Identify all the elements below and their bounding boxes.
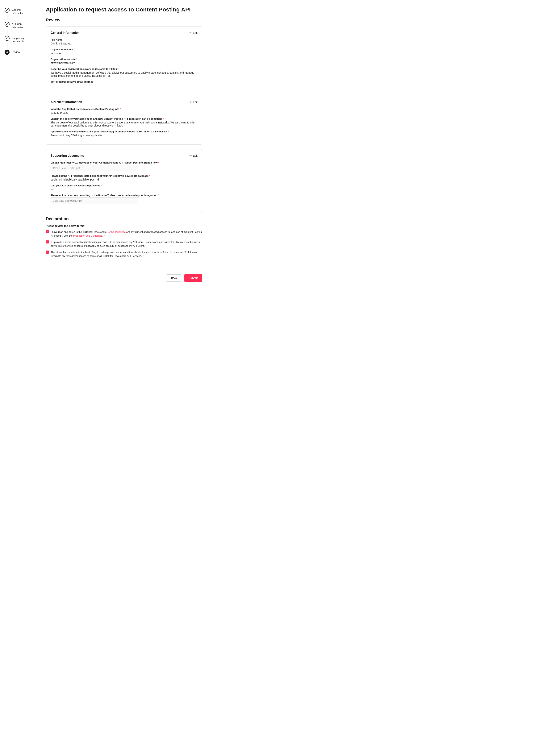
page-title: Application to request access to Content… xyxy=(46,6,202,13)
field-label-org-description: Describe your organization's work as it … xyxy=(51,68,198,70)
step-circle-4: 4 xyxy=(5,50,10,55)
review-section-title: Review xyxy=(46,17,202,22)
field-publicly-accessible: Can your API client be accessed publicly… xyxy=(51,184,198,191)
required-star-appid: * xyxy=(120,108,121,111)
supporting-card-title: Supporting documents xyxy=(51,154,84,157)
terms-of-service-link[interactable]: Terms of Service xyxy=(107,230,126,233)
field-label-org-name: Organization name * xyxy=(51,48,198,51)
main-content: Application to request access to Content… xyxy=(38,6,210,750)
required-star-public: * xyxy=(101,184,102,187)
sidebar-item-general[interactable]: ✓ General Information xyxy=(5,8,34,15)
supporting-edit-label: Edit xyxy=(193,154,198,157)
back-button[interactable]: Back xyxy=(166,274,182,282)
step-circle-1: ✓ xyxy=(5,8,10,13)
field-label-ux-mockups: Upload high-fidelity UX mockups of your … xyxy=(51,161,198,164)
field-label-tiktok-email: TikTok representative email address xyxy=(51,80,198,83)
general-edit-button[interactable]: ✏ Edit xyxy=(189,31,198,34)
field-screen-recording: Please upload a screen recording of the … xyxy=(51,194,198,204)
sidebar: ✓ General Information ✓ API client infor… xyxy=(0,6,38,750)
sidebar-item-api[interactable]: ✓ API client information xyxy=(5,22,34,29)
declaration-item-2: If I provide a demo account and instruct… xyxy=(46,240,202,248)
field-value-publicly-accessible: No xyxy=(51,188,198,191)
field-tiktok-email: TikTok representative email address xyxy=(51,80,198,83)
file-display-recording: 1bf34aae-048f9751.mp4 xyxy=(51,198,138,204)
api-edit-pencil-icon: ✏ xyxy=(189,100,192,104)
api-card-title: API client information xyxy=(51,100,82,104)
field-app-goal: Explain the goal of your application and… xyxy=(51,117,198,127)
step-circle-3: ✓ xyxy=(5,36,10,41)
declaration-text-2: If I provide a demo account and instruct… xyxy=(51,240,202,248)
checkbox-3[interactable] xyxy=(46,251,49,254)
checkbox-2[interactable] xyxy=(46,240,49,243)
api-edit-button[interactable]: ✏ Edit xyxy=(189,100,198,104)
footer-buttons: Back Submit xyxy=(46,270,202,286)
api-info-card: API client information ✏ Edit Input the … xyxy=(46,95,202,145)
connector-1 xyxy=(7,15,8,22)
field-daily-users: Approximately how many users use your AP… xyxy=(51,130,198,137)
field-label-daily-users: Approximately how many users use your AP… xyxy=(51,130,198,133)
required-star: * xyxy=(74,48,75,51)
api-edit-label: Edit xyxy=(193,100,198,104)
sidebar-label-1: General Information xyxy=(12,8,34,15)
field-label-app-id: Input the App ID that wants to access Co… xyxy=(51,108,198,111)
api-card-header: API client information ✏ Edit xyxy=(51,100,198,104)
field-label-publicly-accessible: Can your API client be accessed publicly… xyxy=(51,184,198,187)
field-value-org-name: Inovector xyxy=(51,52,198,55)
field-value-app-id: 214242441123 xyxy=(51,111,198,114)
field-value-org-website: https://inovector.com xyxy=(51,62,198,65)
required-star-users: * xyxy=(168,130,169,133)
step-number-4: 4 xyxy=(7,51,8,54)
field-value-org-description: We have a social media management softwa… xyxy=(51,71,198,77)
field-value-api-response: published_id publicaly_available_post_id xyxy=(51,178,198,181)
declaration-section: Declaration Please review the below term… xyxy=(46,216,202,265)
declaration-item-1: I have read and agree to the TikTok for … xyxy=(46,230,202,237)
sidebar-label-3: Supporting documents xyxy=(12,37,34,43)
general-edit-label: Edit xyxy=(193,31,198,34)
connector-2 xyxy=(7,29,8,36)
file-display-mockups: Clean Level - Offer.pdf xyxy=(51,165,138,171)
production-use-guidelines-link[interactable]: Production-use Guidelines xyxy=(73,234,102,237)
field-value-daily-users: Prefer not to say / Building a new appli… xyxy=(51,134,198,137)
required-star-api-fields: * xyxy=(149,175,150,177)
edit-pencil-icon: ✏ xyxy=(189,31,192,34)
field-api-response-fields: Please list the API response data fields… xyxy=(51,175,198,181)
declaration-title: Declaration xyxy=(46,216,202,221)
field-org-description: Describe your organization's work as it … xyxy=(51,68,198,77)
sidebar-item-supporting[interactable]: ✓ Supporting documents xyxy=(5,36,34,43)
submit-button[interactable]: Submit xyxy=(184,274,202,282)
declaration-text-3: The above facts are true to the best of … xyxy=(51,250,202,258)
step-circle-2: ✓ xyxy=(5,22,10,27)
general-card-title: General Information xyxy=(51,31,80,35)
field-label-api-response: Please list the API response data fields… xyxy=(51,175,198,177)
connector-3 xyxy=(7,43,8,50)
declaration-item-3: The above facts are true to the best of … xyxy=(46,250,202,258)
supporting-docs-card: Supporting documents ✏ Edit Upload high-… xyxy=(46,149,202,212)
general-card-header: General Information ✏ Edit xyxy=(51,31,198,35)
field-label-screen-recording: Please upload a screen recording of the … xyxy=(51,194,198,197)
field-value-app-goal: The purpose of our application is to off… xyxy=(51,121,198,127)
required-star-desc: * xyxy=(118,68,119,70)
required-star-website: * xyxy=(76,58,77,61)
field-full-name: Full Name Dumitru Botezatu xyxy=(51,38,198,45)
required-star-mockups: * xyxy=(158,161,159,164)
required-star-recording: * xyxy=(158,194,159,197)
declaration-subtitle: Please review the below terms: xyxy=(46,224,202,228)
sidebar-item-review[interactable]: 4 Review xyxy=(5,50,34,55)
field-app-id: Input the App ID that wants to access Co… xyxy=(51,108,198,114)
supporting-edit-button[interactable]: ✏ Edit xyxy=(189,154,198,157)
supporting-card-header: Supporting documents ✏ Edit xyxy=(51,154,198,157)
field-label-app-goal: Explain the goal of your application and… xyxy=(51,117,198,120)
checkbox-1[interactable] xyxy=(46,230,49,233)
field-label-org-website: Organization website * xyxy=(51,58,198,61)
sidebar-label-2: API client information xyxy=(12,22,34,29)
field-label-full-name: Full Name xyxy=(51,38,198,41)
check-icon-1: ✓ xyxy=(6,9,8,12)
declaration-text-1: I have read and agree to the TikTok for … xyxy=(51,230,202,237)
check-icon-3: ✓ xyxy=(6,37,8,40)
check-icon-2: ✓ xyxy=(6,23,8,26)
field-value-full-name: Dumitru Botezatu xyxy=(51,42,198,45)
field-ux-mockups: Upload high-fidelity UX mockups of your … xyxy=(51,161,198,171)
sidebar-label-4: Review xyxy=(12,51,20,54)
supporting-edit-pencil-icon: ✏ xyxy=(189,154,192,157)
field-org-name: Organization name * Inovector xyxy=(51,48,198,55)
